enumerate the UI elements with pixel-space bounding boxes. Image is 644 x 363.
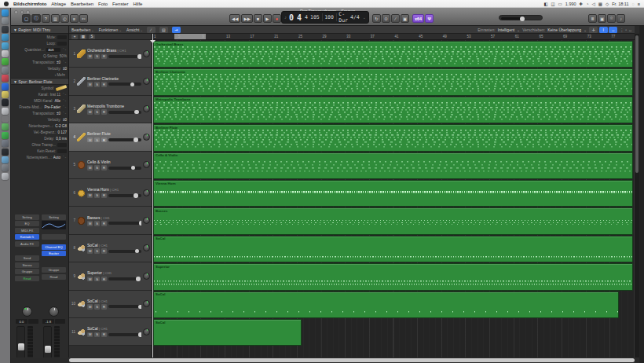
stop-button[interactable]: ■: [254, 14, 262, 23]
track-volume-knob[interactable]: [130, 82, 135, 87]
region-param-row[interactable]: Mute:: [11, 34, 68, 40]
slot-send[interactable]: Send: [15, 255, 39, 261]
solo-safe-button[interactable]: S: [89, 35, 95, 39]
region-param-row[interactable]: › Mehr: [11, 72, 68, 78]
track-pan-knob[interactable]: [143, 105, 150, 112]
track-param-row[interactable]: Delay:0,0 ms: [11, 135, 68, 141]
local-menu-ansicht[interactable]: Ansicht ⌄: [126, 28, 143, 32]
record-button[interactable]: ●: [273, 14, 281, 23]
track-row[interactable]: 9Superior | CH1MSR: [69, 262, 152, 290]
snap-chevron-icon[interactable]: ⌄: [517, 28, 520, 32]
status-icon[interactable]: ◔: [586, 2, 588, 6]
stepper-icon[interactable]: ⌃⌄: [62, 93, 67, 96]
region-param-row[interactable]: Transposition:±0⌃⌄: [11, 59, 68, 65]
param-value[interactable]: C-2 G8: [55, 124, 67, 128]
track-row[interactable]: 10SoCal | CH1MSR: [69, 291, 152, 318]
dock-item-music[interactable]: [2, 75, 9, 82]
lcd-display[interactable]: ♪ 0 4 4 105 100 C-Dur 4/4 ⌄: [281, 11, 369, 24]
dock-item-folder[interactable]: [2, 156, 9, 163]
param-value[interactable]: 0 127: [58, 130, 68, 134]
dock-item-reminders[interactable]: [2, 116, 9, 123]
stepper-icon[interactable]: ⌃⌄: [62, 99, 67, 102]
low-latency-mode-button[interactable]: ▣: [401, 14, 409, 23]
param-value[interactable]: Alle: [54, 99, 60, 103]
apple-menu-icon[interactable]: [4, 2, 9, 6]
solo-button[interactable]: S: [94, 109, 100, 115]
track-row[interactable]: 1Orchestral Brass | CH1MSR: [69, 40, 152, 68]
stepper-icon[interactable]: ⌃⌄: [62, 112, 67, 115]
mute-button[interactable]: M: [87, 221, 93, 226]
menu-item[interactable]: Fenster: [112, 2, 128, 6]
track-pan-knob[interactable]: [143, 134, 150, 141]
volume-readout[interactable]: 0.0: [16, 319, 27, 324]
slot-midi-fx[interactable]: MIDI-FX: [15, 228, 39, 233]
pan-knob[interactable]: [22, 306, 32, 317]
record-enable-button[interactable]: R: [101, 193, 107, 199]
record-enable-button[interactable]: R: [101, 332, 107, 338]
dock-item-maps[interactable]: [2, 123, 9, 130]
tuner-icon[interactable]: Ψ: [425, 14, 434, 23]
slot-audio-fx[interactable]: Audio FX: [15, 241, 39, 247]
lock-icon[interactable]: ↔: [628, 28, 632, 32]
solo-button[interactable]: S: [94, 332, 100, 338]
param-value[interactable]: ±0: [63, 118, 67, 122]
track-pan-knob[interactable]: [143, 161, 150, 168]
track-volume-slider[interactable]: [108, 194, 141, 197]
region-param-row[interactable]: Loop:: [11, 40, 68, 46]
midi-region[interactable]: Orchestral Brass: [153, 41, 633, 68]
slot-stereo[interactable]: Stereo: [15, 262, 39, 268]
track-volume-slider[interactable]: [108, 250, 141, 253]
track-row[interactable]: 2Berliner ClarinetteMSR: [69, 68, 152, 95]
track-volume-knob[interactable]: [138, 305, 141, 310]
pencil-icon[interactable]: ∕: [147, 27, 156, 33]
slot-empty[interactable]: [42, 234, 66, 240]
menu-item[interactable]: Foto: [98, 2, 108, 6]
track-param-row[interactable]: Velocity:±0: [11, 116, 68, 123]
slot-exciter[interactable]: Exciter: [42, 251, 66, 256]
track-volume-knob[interactable]: [139, 221, 141, 226]
record-enable-button[interactable]: R: [101, 165, 107, 170]
track-volume-slider[interactable]: [108, 82, 141, 86]
dock-item-finder[interactable]: [2, 9, 9, 16]
status-icon[interactable]: ✚: [580, 2, 584, 6]
drag-chevron-icon[interactable]: ⌄: [584, 28, 587, 32]
midi-region[interactable]: Superior: [153, 263, 633, 290]
record-enable-button[interactable]: R: [101, 221, 107, 226]
param-value[interactable]: 0,0 ms: [56, 137, 67, 141]
param-value[interactable]: ±0: [57, 112, 60, 116]
track-volume-knob[interactable]: [138, 332, 141, 337]
stepper-icon[interactable]: ⌃⌄: [62, 105, 67, 108]
status-icon[interactable]: ◇: [606, 2, 609, 6]
status-icon[interactable]: ◌: [632, 2, 635, 6]
track-param-row[interactable]: Notenbegren...:C-2 G8: [11, 123, 68, 129]
fader-cap[interactable]: [45, 346, 51, 353]
menu-item[interactable]: Hilfe: [133, 2, 142, 6]
playhead[interactable]: [152, 34, 153, 358]
track-param-row[interactable]: Freeze-Mod...:Pre-Fader⌃⌄: [11, 104, 68, 110]
param-value[interactable]: ±0: [63, 67, 67, 71]
solo-button[interactable]: S: [94, 304, 100, 310]
slot-setting[interactable]: Setting: [42, 214, 66, 220]
status-icon[interactable]: ▦: [598, 2, 602, 6]
note-pads-button[interactable]: ▣: [598, 14, 606, 23]
record-enable-button[interactable]: R: [101, 138, 107, 143]
tool-pointer[interactable]: ✛: [589, 27, 598, 33]
add-track-button[interactable]: +: [71, 35, 78, 39]
vertical-scrollbar-thumb[interactable]: [635, 35, 639, 173]
region-param-row[interactable]: Q-Swing:50%: [11, 53, 68, 59]
mute-button[interactable]: M: [87, 332, 93, 338]
mute-button[interactable]: M: [87, 304, 93, 310]
track-param-row[interactable]: Transposition:±0⌃⌄: [11, 110, 68, 116]
slot-gruppe[interactable]: Gruppe: [15, 269, 39, 274]
dock-item-terminal[interactable]: [2, 99, 9, 106]
mixer-button[interactable]: ≡: [70, 14, 79, 23]
mute-button[interactable]: M: [87, 277, 93, 282]
browsers-button[interactable]: ♪: [617, 14, 625, 23]
track-param-row[interactable]: Kein Reset:: [11, 148, 68, 154]
track-volume-slider[interactable]: [108, 222, 141, 225]
mute-button[interactable]: M: [87, 54, 93, 60]
track-param-row[interactable]: Kanal:Inst 11⌃⌄: [11, 91, 68, 97]
track-param-row[interactable]: MIDI-Kanal:Alle⌃⌄: [11, 97, 68, 104]
status-icon[interactable]: ≡: [638, 2, 640, 6]
track-param-row[interactable]: Notensystem...:Auto⌃⌄: [11, 154, 68, 160]
